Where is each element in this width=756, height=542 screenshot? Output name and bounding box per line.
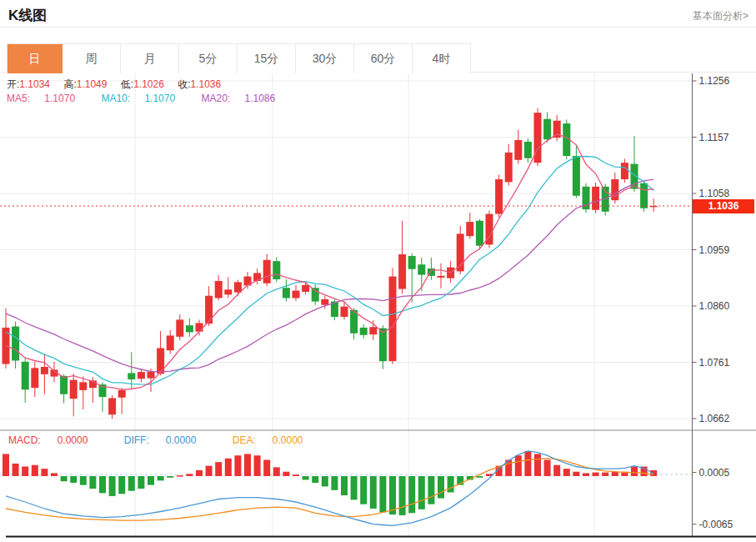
- svg-text:1.0662: 1.0662: [699, 413, 730, 424]
- ma10-line: [6, 157, 653, 385]
- chart-canvas[interactable]: 1.12561.11571.10581.09591.08601.07611.06…: [0, 73, 756, 542]
- tab-week[interactable]: 周: [63, 44, 121, 73]
- high-label: 高:: [63, 78, 76, 90]
- high-value: 1.1049: [77, 78, 108, 90]
- tab-15min[interactable]: 15分: [238, 44, 296, 73]
- svg-text:1.1058: 1.1058: [699, 188, 730, 199]
- open-label: 开:: [7, 78, 19, 90]
- ma10-legend: MA10: 1.1070: [101, 93, 187, 104]
- svg-text:1.0761: 1.0761: [699, 357, 730, 369]
- svg-text:-0.0065: -0.0065: [699, 519, 733, 530]
- close-label: 收:: [178, 78, 190, 90]
- ma20-line: [6, 179, 653, 372]
- ma5-legend: MA5: 1.1070: [7, 93, 87, 104]
- fundamental-analysis-link[interactable]: 基本面分析>: [693, 9, 748, 23]
- svg-text:1.0959: 1.0959: [699, 244, 730, 256]
- page-title: K线图: [8, 6, 47, 25]
- svg-text:1.1256: 1.1256: [699, 75, 730, 87]
- svg-text:1.0860: 1.0860: [699, 300, 730, 312]
- macd-legend: MACD:0.0000 DIFF:0.0000 DEA:0.0000: [8, 434, 336, 446]
- dea-value-legend: DEA:0.0000: [233, 434, 320, 446]
- ma5-line: [6, 134, 653, 389]
- tab-5min[interactable]: 5分: [179, 44, 238, 73]
- diff-value-legend: DIFF:0.0000: [124, 434, 213, 446]
- kline-chart-region[interactable]: 1.12561.11571.10581.09591.08601.07611.06…: [0, 73, 756, 542]
- candlestick-series: [3, 108, 658, 419]
- open-value: 1.1034: [19, 78, 50, 90]
- interval-tabstrip: 日 周 月 5分 15分 30分 60分 4时: [7, 43, 471, 73]
- svg-text:0.0005: 0.0005: [699, 467, 730, 479]
- current-price-tag: 1.1036: [693, 199, 754, 213]
- ma-legend: MA5: 1.1070 MA10: 1.1070 MA20: 1.1086: [7, 93, 298, 104]
- tab-month[interactable]: 月: [121, 44, 179, 73]
- tab-4hour[interactable]: 4时: [413, 44, 471, 73]
- interval-tabbar: 日 周 月 5分 15分 30分 60分 4时: [0, 43, 756, 73]
- kline-page: K线图 基本面分析> 日 周 月 5分 15分 30分 60分 4时 1.125…: [0, 0, 756, 542]
- close-value: 1.1036: [191, 78, 222, 90]
- right-axis: 1.12561.11571.10581.09591.08601.07611.06…: [693, 73, 733, 537]
- ohlc-legend: 开:1.1034 高:1.1049 低:1.1026 收:1.1036: [7, 78, 232, 92]
- grid-lines: [0, 73, 692, 536]
- svg-text:1.1157: 1.1157: [699, 132, 729, 143]
- ma20-legend: MA20: 1.1086: [201, 93, 287, 104]
- page-header: K线图 基本面分析>: [0, 0, 756, 28]
- low-label: 低:: [121, 78, 133, 90]
- low-value: 1.1026: [133, 78, 164, 90]
- macd-value-legend: MACD:0.0000: [8, 434, 104, 446]
- tab-60min[interactable]: 60分: [354, 44, 413, 73]
- tab-day[interactable]: 日: [8, 44, 63, 73]
- tab-30min[interactable]: 30分: [296, 44, 354, 73]
